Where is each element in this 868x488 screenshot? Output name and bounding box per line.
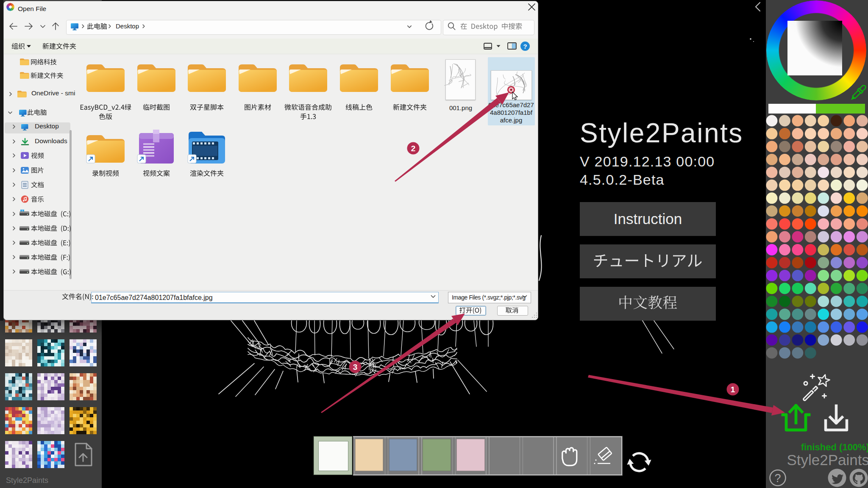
svg-text:2: 2: [411, 144, 416, 153]
svg-text:?: ?: [774, 472, 781, 485]
svg-text:3: 3: [353, 363, 358, 372]
svg-text:1: 1: [731, 385, 735, 394]
svg-text:?: ?: [523, 43, 527, 50]
